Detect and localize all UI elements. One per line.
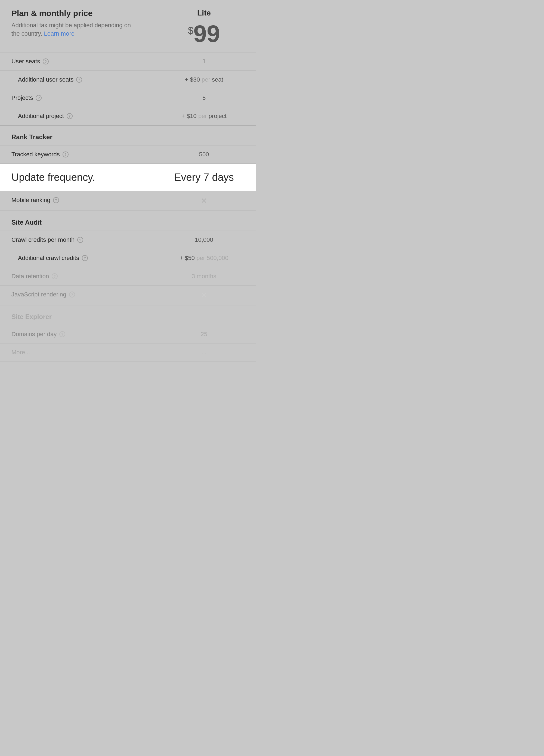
projects-label: Projects ? [11, 94, 141, 101]
additional-user-seats-value: + $30 per seat [185, 76, 223, 83]
tracked-keywords-value: 500 [199, 151, 209, 158]
pricing-table: Plan & monthly price Additional tax migh… [0, 0, 256, 362]
update-frequency-value-col: Every 7 days [152, 164, 256, 191]
user-seats-label: User seats ? [11, 58, 141, 65]
site-explorer-title: Site Explorer [11, 313, 52, 320]
additional-project-label-col: Additional project ? [0, 107, 152, 125]
update-frequency-row: Update frequency. Every 7 days [0, 164, 256, 191]
user-seats-help-icon[interactable]: ? [43, 58, 49, 64]
tracked-keywords-row: Tracked keywords ? 500 [0, 145, 256, 164]
additional-crawl-credits-value-col: + $50 per 500,000 [152, 249, 256, 267]
site-audit-title: Site Audit [11, 219, 42, 226]
js-rendering-label: JavaScript rendering ? [11, 291, 141, 298]
more-row: More... ... [0, 343, 256, 362]
tracked-keywords-help-icon[interactable]: ? [63, 151, 69, 157]
js-rendering-x-mark: ✕ [201, 291, 207, 299]
js-rendering-value-col: ✕ [152, 286, 256, 305]
price-dollar-sign: $ [188, 25, 193, 36]
price-amount: 99 [193, 22, 220, 46]
site-audit-section-header: Site Audit [0, 211, 256, 231]
additional-user-seats-value-col: + $30 per seat [152, 71, 256, 89]
mobile-ranking-help-icon[interactable]: ? [53, 197, 59, 203]
tracked-keywords-label: Tracked keywords ? [11, 151, 141, 158]
additional-user-seats-help-icon[interactable]: ? [76, 77, 82, 83]
data-retention-help-icon[interactable]: ? [52, 273, 58, 279]
domains-per-day-value-col: 25 [152, 325, 256, 343]
site-audit-value-col [152, 211, 256, 231]
mobile-ranking-value-col: ✕ [152, 191, 256, 210]
additional-project-label: Additional project ? [11, 113, 141, 120]
site-explorer-label-col: Site Explorer [0, 305, 152, 325]
domains-per-day-row: Domains per day ? 25 [0, 325, 256, 343]
js-rendering-row: JavaScript rendering ? ✕ [0, 286, 256, 305]
projects-row: Projects ? 5 [0, 89, 256, 107]
additional-user-seats-row: Additional user seats ? + $30 per seat [0, 71, 256, 89]
additional-crawl-credits-label-col: Additional crawl credits ? [0, 249, 152, 267]
site-explorer-value-col [152, 305, 256, 325]
additional-crawl-credits-help-icon[interactable]: ? [82, 255, 88, 261]
update-frequency-value: Every 7 days [174, 172, 234, 183]
additional-crawl-credits-row: Additional crawl credits ? + $50 per 500… [0, 249, 256, 267]
tracked-keywords-value-col: 500 [152, 145, 256, 163]
mobile-ranking-label: Mobile ranking ? [11, 197, 141, 204]
rank-tracker-value-col [152, 126, 256, 145]
crawl-credits-label: Crawl credits per month ? [11, 236, 141, 243]
additional-user-seats-label: Additional user seats ? [11, 76, 141, 83]
update-frequency-label-col: Update frequency. [0, 164, 152, 191]
crawl-credits-value-col: 10,000 [152, 231, 256, 249]
data-retention-label-col: Data retention ? [0, 267, 152, 285]
mobile-ranking-x-mark: ✕ [201, 197, 207, 205]
mobile-ranking-row: Mobile ranking ? ✕ [0, 191, 256, 211]
tracked-keywords-label-col: Tracked keywords ? [0, 145, 152, 163]
more-value: ... [202, 349, 206, 356]
data-retention-value: 3 months [192, 273, 217, 280]
additional-user-seats-label-col: Additional user seats ? [0, 71, 152, 89]
rank-tracker-title: Rank Tracker [11, 133, 52, 141]
js-rendering-help-icon[interactable]: ? [69, 292, 75, 298]
plan-subtitle: Additional tax might be applied dependin… [11, 21, 141, 38]
additional-project-row: Additional project ? + $10 per project [0, 107, 256, 125]
plan-header-label: Plan & monthly price Additional tax migh… [0, 0, 152, 52]
crawl-credits-row: Crawl credits per month ? 10,000 [0, 231, 256, 249]
learn-more-link[interactable]: Learn more [44, 30, 75, 37]
more-value-col: ... [152, 343, 256, 361]
user-seats-label-col: User seats ? [0, 52, 152, 70]
user-seats-value: 1 [202, 58, 206, 65]
additional-project-help-icon[interactable]: ? [67, 113, 73, 119]
plan-monthly-price-title: Plan & monthly price [11, 9, 141, 18]
projects-label-col: Projects ? [0, 89, 152, 107]
plan-name: Lite [197, 9, 211, 17]
data-retention-value-col: 3 months [152, 267, 256, 285]
projects-value: 5 [202, 94, 206, 101]
more-label-col: More... [0, 343, 152, 361]
additional-project-value-col: + $10 per project [152, 107, 256, 125]
additional-crawl-credits-label: Additional crawl credits ? [11, 255, 141, 262]
data-retention-row: Data retention ? 3 months [0, 267, 256, 286]
site-audit-label-col: Site Audit [0, 211, 152, 231]
site-explorer-section-header: Site Explorer [0, 305, 256, 325]
plan-header-value: Lite $ 99 [152, 0, 256, 52]
crawl-credits-label-col: Crawl credits per month ? [0, 231, 152, 249]
js-rendering-label-col: JavaScript rendering ? [0, 286, 152, 305]
mobile-ranking-label-col: Mobile ranking ? [0, 191, 152, 210]
domains-per-day-label: Domains per day ? [11, 331, 141, 338]
additional-crawl-credits-value: + $50 per 500,000 [180, 255, 228, 262]
crawl-credits-value: 10,000 [195, 236, 213, 243]
data-retention-label: Data retention ? [11, 273, 141, 280]
domains-per-day-label-col: Domains per day ? [0, 325, 152, 343]
user-seats-value-col: 1 [152, 52, 256, 70]
domains-per-day-value: 25 [201, 331, 207, 338]
projects-value-col: 5 [152, 89, 256, 107]
update-frequency-label: Update frequency. [11, 172, 95, 183]
more-label: More... [11, 349, 141, 356]
additional-project-value: + $10 per project [181, 113, 227, 120]
user-seats-row: User seats ? 1 [0, 52, 256, 71]
rank-tracker-section-header: Rank Tracker [0, 125, 256, 145]
domains-per-day-help-icon[interactable]: ? [59, 331, 65, 337]
rank-tracker-label-col: Rank Tracker [0, 126, 152, 145]
plan-price: $ 99 [188, 22, 220, 46]
plan-header-row: Plan & monthly price Additional tax migh… [0, 0, 256, 52]
projects-help-icon[interactable]: ? [36, 95, 42, 101]
crawl-credits-help-icon[interactable]: ? [77, 237, 83, 243]
